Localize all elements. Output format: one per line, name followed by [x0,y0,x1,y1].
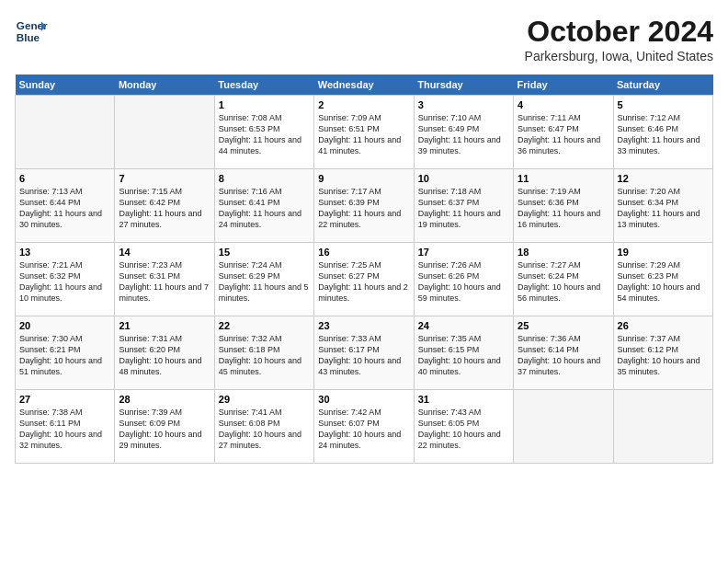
day-number: 4 [518,99,609,110]
calendar-cell: 22Sunrise: 7:32 AMSunset: 6:18 PMDayligh… [214,316,313,390]
day-info: Sunrise: 7:30 AMSunset: 6:21 PMDaylight:… [19,333,110,378]
location: Parkersburg, Iowa, United States [525,49,713,63]
calendar-cell: 13Sunrise: 7:21 AMSunset: 6:32 PMDayligh… [16,243,115,316]
week-row-2: 6Sunrise: 7:13 AMSunset: 6:44 PMDaylight… [16,169,713,243]
calendar-cell: 23Sunrise: 7:33 AMSunset: 6:17 PMDayligh… [314,316,414,390]
day-info: Sunrise: 7:09 AMSunset: 6:51 PMDaylight:… [318,112,409,157]
header-row: SundayMondayTuesdayWednesdayThursdayFrid… [16,75,713,96]
day-info: Sunrise: 7:15 AMSunset: 6:42 PMDaylight:… [119,186,210,231]
day-number: 15 [219,247,310,258]
day-number: 22 [219,320,310,331]
calendar-table: SundayMondayTuesdayWednesdayThursdayFrid… [15,75,713,464]
day-info: Sunrise: 7:29 AMSunset: 6:23 PMDaylight:… [618,259,709,304]
calendar-cell: 1Sunrise: 7:08 AMSunset: 6:53 PMDaylight… [214,96,313,169]
day-number: 20 [19,320,110,331]
day-info: Sunrise: 7:12 AMSunset: 6:46 PMDaylight:… [618,112,709,157]
calendar-cell: 11Sunrise: 7:19 AMSunset: 6:36 PMDayligh… [514,169,613,243]
svg-text:Blue: Blue [17,31,40,43]
day-info: Sunrise: 7:24 AMSunset: 6:29 PMDaylight:… [219,259,310,304]
calendar-cell: 14Sunrise: 7:23 AMSunset: 6:31 PMDayligh… [115,243,214,316]
logo: General Blue [15,15,51,48]
calendar-cell: 28Sunrise: 7:39 AMSunset: 6:09 PMDayligh… [115,390,214,464]
day-info: Sunrise: 7:16 AMSunset: 6:41 PMDaylight:… [219,186,310,231]
day-number: 10 [418,173,509,184]
logo-icon: General Blue [15,15,48,48]
day-info: Sunrise: 7:31 AMSunset: 6:20 PMDaylight:… [119,333,210,378]
day-info: Sunrise: 7:43 AMSunset: 6:05 PMDaylight:… [418,407,509,452]
day-info: Sunrise: 7:25 AMSunset: 6:27 PMDaylight:… [318,259,409,304]
day-info: Sunrise: 7:38 AMSunset: 6:11 PMDaylight:… [19,407,110,452]
calendar-cell [613,390,712,464]
calendar-cell: 30Sunrise: 7:42 AMSunset: 6:07 PMDayligh… [314,390,414,464]
day-info: Sunrise: 7:23 AMSunset: 6:31 PMDaylight:… [119,259,210,304]
calendar-cell: 12Sunrise: 7:20 AMSunset: 6:34 PMDayligh… [613,169,712,243]
day-number: 19 [618,247,709,258]
day-info: Sunrise: 7:41 AMSunset: 6:08 PMDaylight:… [219,407,310,452]
day-number: 28 [119,394,210,405]
day-header-sunday: Sunday [16,75,115,96]
day-info: Sunrise: 7:11 AMSunset: 6:47 PMDaylight:… [518,112,609,157]
day-header-wednesday: Wednesday [314,75,414,96]
calendar-cell: 18Sunrise: 7:27 AMSunset: 6:24 PMDayligh… [514,243,613,316]
calendar-cell: 29Sunrise: 7:41 AMSunset: 6:08 PMDayligh… [214,390,313,464]
calendar-cell: 21Sunrise: 7:31 AMSunset: 6:20 PMDayligh… [115,316,214,390]
calendar-cell: 2Sunrise: 7:09 AMSunset: 6:51 PMDaylight… [314,96,414,169]
page-header: General Blue October 2024 Parkersburg, I… [15,15,713,63]
week-row-4: 20Sunrise: 7:30 AMSunset: 6:21 PMDayligh… [16,316,713,390]
calendar-cell: 7Sunrise: 7:15 AMSunset: 6:42 PMDaylight… [115,169,214,243]
day-info: Sunrise: 7:19 AMSunset: 6:36 PMDaylight:… [518,186,609,231]
week-row-1: 1Sunrise: 7:08 AMSunset: 6:53 PMDaylight… [16,96,713,169]
week-row-5: 27Sunrise: 7:38 AMSunset: 6:11 PMDayligh… [16,390,713,464]
day-number: 18 [518,247,609,258]
day-info: Sunrise: 7:20 AMSunset: 6:34 PMDaylight:… [618,186,709,231]
week-row-3: 13Sunrise: 7:21 AMSunset: 6:32 PMDayligh… [16,243,713,316]
day-number: 29 [219,394,310,405]
day-info: Sunrise: 7:10 AMSunset: 6:49 PMDaylight:… [418,112,509,157]
day-info: Sunrise: 7:37 AMSunset: 6:12 PMDaylight:… [618,333,709,378]
calendar-cell: 9Sunrise: 7:17 AMSunset: 6:39 PMDaylight… [314,169,414,243]
calendar-cell: 31Sunrise: 7:43 AMSunset: 6:05 PMDayligh… [414,390,513,464]
calendar-cell: 27Sunrise: 7:38 AMSunset: 6:11 PMDayligh… [16,390,115,464]
calendar-cell: 6Sunrise: 7:13 AMSunset: 6:44 PMDaylight… [16,169,115,243]
month-title: October 2024 [525,15,713,49]
calendar-cell: 19Sunrise: 7:29 AMSunset: 6:23 PMDayligh… [613,243,712,316]
day-info: Sunrise: 7:32 AMSunset: 6:18 PMDaylight:… [219,333,310,378]
day-info: Sunrise: 7:36 AMSunset: 6:14 PMDaylight:… [518,333,609,378]
day-header-tuesday: Tuesday [214,75,313,96]
title-area: October 2024 Parkersburg, Iowa, United S… [525,15,713,63]
calendar-cell: 8Sunrise: 7:16 AMSunset: 6:41 PMDaylight… [214,169,313,243]
calendar-cell: 16Sunrise: 7:25 AMSunset: 6:27 PMDayligh… [314,243,414,316]
day-number: 13 [19,247,110,258]
day-number: 16 [318,247,409,258]
day-info: Sunrise: 7:08 AMSunset: 6:53 PMDaylight:… [219,112,310,157]
calendar-cell: 17Sunrise: 7:26 AMSunset: 6:26 PMDayligh… [414,243,513,316]
day-info: Sunrise: 7:27 AMSunset: 6:24 PMDaylight:… [518,259,609,304]
day-number: 6 [19,173,110,184]
day-number: 9 [318,173,409,184]
day-number: 2 [318,99,409,110]
calendar-cell: 10Sunrise: 7:18 AMSunset: 6:37 PMDayligh… [414,169,513,243]
calendar-cell [115,96,214,169]
day-header-saturday: Saturday [613,75,712,96]
day-number: 30 [318,394,409,405]
calendar-cell [514,390,613,464]
calendar-cell: 5Sunrise: 7:12 AMSunset: 6:46 PMDaylight… [613,96,712,169]
calendar-cell [16,96,115,169]
calendar-cell: 20Sunrise: 7:30 AMSunset: 6:21 PMDayligh… [16,316,115,390]
day-number: 24 [418,320,509,331]
day-number: 17 [418,247,509,258]
day-number: 7 [119,173,210,184]
calendar-cell: 3Sunrise: 7:10 AMSunset: 6:49 PMDaylight… [414,96,513,169]
day-header-thursday: Thursday [414,75,513,96]
day-info: Sunrise: 7:35 AMSunset: 6:15 PMDaylight:… [418,333,509,378]
day-number: 8 [219,173,310,184]
day-number: 23 [318,320,409,331]
calendar-cell: 24Sunrise: 7:35 AMSunset: 6:15 PMDayligh… [414,316,513,390]
day-info: Sunrise: 7:18 AMSunset: 6:37 PMDaylight:… [418,186,509,231]
calendar-cell: 4Sunrise: 7:11 AMSunset: 6:47 PMDaylight… [514,96,613,169]
day-info: Sunrise: 7:21 AMSunset: 6:32 PMDaylight:… [19,259,110,304]
day-number: 21 [119,320,210,331]
day-number: 1 [219,99,310,110]
day-number: 14 [119,247,210,258]
day-info: Sunrise: 7:26 AMSunset: 6:26 PMDaylight:… [418,259,509,304]
